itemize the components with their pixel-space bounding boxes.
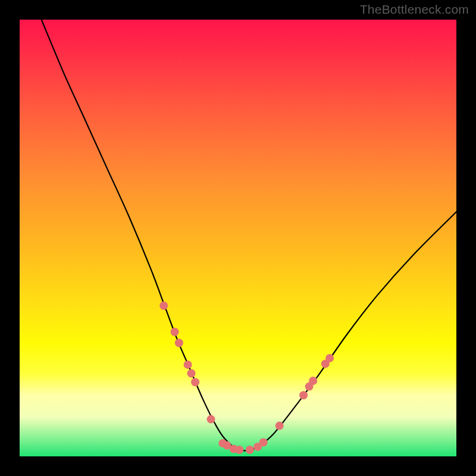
marker-dot	[191, 378, 199, 386]
bottleneck-curve	[42, 20, 456, 451]
marker-dot	[171, 328, 179, 336]
marker-dot	[207, 415, 215, 424]
marker-dot	[299, 391, 308, 399]
marker-dot	[246, 446, 254, 454]
marker-dot	[175, 339, 183, 347]
marker-dot	[309, 377, 317, 385]
marker-dot	[235, 446, 243, 454]
marker-dot	[187, 369, 196, 378]
marker-dot	[325, 354, 334, 362]
marker-dot	[159, 302, 168, 310]
chart-frame: TheBottleneck.com	[0, 0, 476, 476]
watermark-text: TheBottleneck.com	[360, 2, 469, 17]
marker-dot	[259, 439, 268, 447]
marker-dot	[184, 361, 192, 369]
chart-svg	[20, 20, 456, 456]
marker-dot	[275, 422, 284, 430]
highlight-markers	[159, 302, 334, 454]
plot-area	[20, 20, 456, 456]
